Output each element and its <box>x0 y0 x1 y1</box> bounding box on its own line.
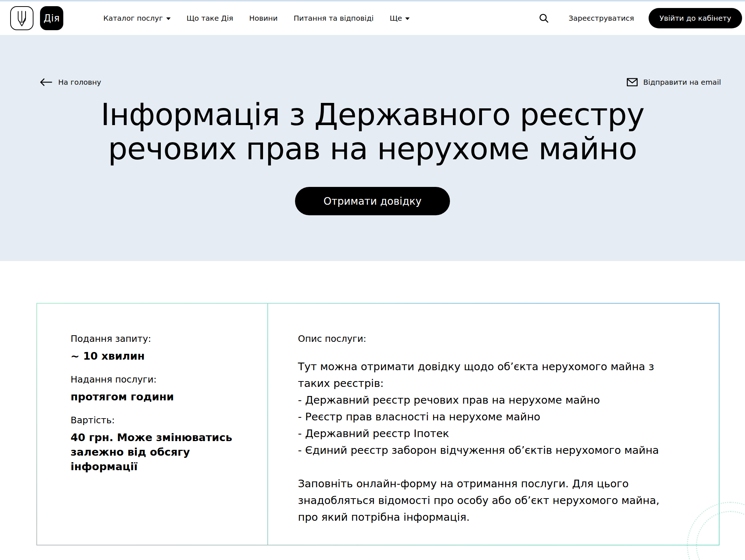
detail-value: протягом години <box>71 389 253 404</box>
description-intro: Тут можна отримати довідку щодо об’єкта … <box>298 358 697 392</box>
registry-item: - Єдиний реєстр заборон відчуження об’єк… <box>298 442 697 459</box>
back-link[interactable]: На головну <box>39 78 101 87</box>
login-button[interactable]: Увійти до кабінету <box>649 8 742 28</box>
registry-item: - Реєстр прав власності на нерухоме майн… <box>298 408 697 425</box>
nav-item-catalog[interactable]: Каталог послуг <box>103 14 171 23</box>
diia-logo-text: Дія <box>44 13 60 24</box>
get-certificate-button[interactable]: Отримати довідку <box>295 187 450 215</box>
register-link[interactable]: Зареєструватися <box>569 14 634 23</box>
detail-label: Надання послуги: <box>71 373 253 386</box>
detail-label: Вартість: <box>71 414 253 427</box>
nav-item-label: Каталог послуг <box>103 14 163 23</box>
detail-label: Подання запиту: <box>71 333 253 345</box>
nav-item-label: Новини <box>249 14 278 23</box>
detail-cost: Вартість: 40 грн. Може змінюватисьзалежн… <box>71 414 253 474</box>
header-right: Зареєструватися Увійти до кабінету <box>539 8 742 28</box>
description-outro: Заповніть онлайн-форму на отримання посл… <box>298 475 697 525</box>
main-nav: Каталог послуг Що таке Дія Новини Питанн… <box>103 14 410 23</box>
detail-value: ~ 10 хвилин <box>71 349 253 363</box>
registry-list: - Державний реєстр речових прав на нерух… <box>298 392 697 459</box>
chevron-down-icon <box>405 17 410 20</box>
registry-item: - Державний реєстр Іпотек <box>298 425 697 442</box>
description-label: Опис послуги: <box>298 333 697 345</box>
registry-item: - Державний реєстр речових прав на нерух… <box>298 392 697 408</box>
nav-item-more[interactable]: Ще <box>390 14 410 23</box>
diia-logo[interactable]: Дія <box>40 6 63 30</box>
envelope-icon <box>627 78 638 87</box>
send-to-email-link[interactable]: Відправити на email <box>627 78 721 87</box>
arrow-left-icon <box>39 78 52 87</box>
chevron-down-icon <box>166 17 171 20</box>
header: Дія Каталог послуг Що таке Дія Новини Пи… <box>0 1 745 35</box>
email-link-label: Відправити на email <box>643 78 721 87</box>
back-link-label: На головну <box>58 78 101 87</box>
trident-logo[interactable] <box>10 6 33 30</box>
detail-request-time: Подання запиту: ~ 10 хвилин <box>71 333 253 363</box>
nav-item-faq[interactable]: Питання та відповіді <box>294 14 374 23</box>
service-details-column: Подання запиту: ~ 10 хвилин Надання посл… <box>37 304 267 545</box>
detail-value: 40 грн. Може змінюватисьзалежно від обся… <box>71 430 253 474</box>
nav-item-label: Ще <box>390 14 402 23</box>
service-info-card: Подання запиту: ~ 10 хвилин Надання посл… <box>36 303 720 545</box>
hero-section: На головну Відправити на email Інформаці… <box>0 35 745 261</box>
page-title: Інформація з Державного реєстру речових … <box>0 35 745 166</box>
nav-item-label: Питання та відповіді <box>294 14 374 23</box>
nav-item-news[interactable]: Новини <box>249 14 278 23</box>
trident-icon <box>16 10 28 27</box>
detail-service-time: Надання послуги: протягом години <box>71 373 253 404</box>
nav-item-about[interactable]: Що таке Дія <box>187 14 233 23</box>
search-icon[interactable] <box>539 13 549 23</box>
nav-item-label: Що таке Дія <box>187 14 233 23</box>
service-description-column: Опис послуги: Тут можна отримати довідку… <box>268 304 719 545</box>
